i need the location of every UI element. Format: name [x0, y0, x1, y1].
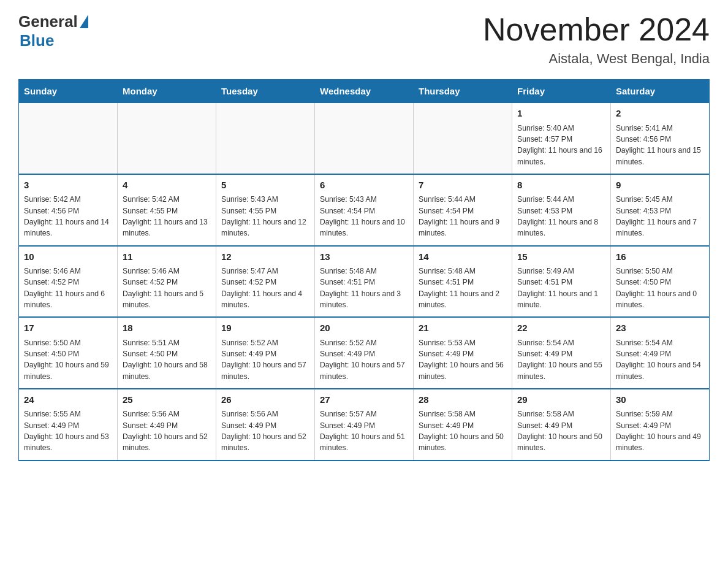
calendar-cell: 25Sunrise: 5:56 AMSunset: 4:49 PMDayligh… [118, 389, 216, 461]
day-info: Sunrise: 5:58 AMSunset: 4:49 PMDaylight:… [517, 408, 605, 453]
calendar-cell: 1Sunrise: 5:40 AMSunset: 4:57 PMDaylight… [512, 103, 611, 174]
day-info: Sunrise: 5:55 AMSunset: 4:49 PMDaylight:… [24, 408, 112, 453]
day-number: 22 [517, 321, 605, 335]
day-number: 13 [320, 250, 408, 264]
calendar-cell: 4Sunrise: 5:42 AMSunset: 4:55 PMDaylight… [118, 174, 216, 246]
calendar-week-row: 24Sunrise: 5:55 AMSunset: 4:49 PMDayligh… [19, 389, 710, 461]
day-number: 24 [24, 393, 112, 407]
calendar-cell: 18Sunrise: 5:51 AMSunset: 4:50 PMDayligh… [118, 317, 216, 389]
calendar-cell: 30Sunrise: 5:59 AMSunset: 4:49 PMDayligh… [611, 389, 710, 461]
calendar-cell: 10Sunrise: 5:46 AMSunset: 4:52 PMDayligh… [19, 246, 118, 318]
day-info: Sunrise: 5:56 AMSunset: 4:49 PMDaylight:… [123, 408, 211, 453]
day-info: Sunrise: 5:52 AMSunset: 4:49 PMDaylight:… [221, 337, 309, 382]
day-info: Sunrise: 5:53 AMSunset: 4:49 PMDaylight:… [419, 337, 507, 382]
calendar-cell: 2Sunrise: 5:41 AMSunset: 4:56 PMDaylight… [611, 103, 710, 174]
calendar-cell: 6Sunrise: 5:43 AMSunset: 4:54 PMDaylight… [315, 174, 414, 246]
day-info: Sunrise: 5:46 AMSunset: 4:52 PMDaylight:… [24, 266, 112, 310]
calendar-table: SundayMondayTuesdayWednesdayThursdayFrid… [18, 79, 710, 461]
day-info: Sunrise: 5:43 AMSunset: 4:54 PMDaylight:… [320, 194, 408, 239]
day-info: Sunrise: 5:54 AMSunset: 4:49 PMDaylight:… [517, 337, 605, 382]
calendar-cell [414, 103, 512, 174]
day-info: Sunrise: 5:50 AMSunset: 4:50 PMDaylight:… [616, 266, 704, 310]
logo-blue-text: Blue [20, 31, 54, 50]
day-info: Sunrise: 5:47 AMSunset: 4:52 PMDaylight:… [221, 266, 309, 310]
day-info: Sunrise: 5:51 AMSunset: 4:50 PMDaylight:… [123, 337, 211, 382]
day-info: Sunrise: 5:49 AMSunset: 4:51 PMDaylight:… [517, 266, 605, 310]
calendar-cell: 21Sunrise: 5:53 AMSunset: 4:49 PMDayligh… [414, 317, 512, 389]
calendar-header-row: SundayMondayTuesdayWednesdayThursdayFrid… [19, 80, 710, 103]
day-number: 20 [320, 321, 408, 335]
calendar-cell: 5Sunrise: 5:43 AMSunset: 4:55 PMDaylight… [216, 174, 315, 246]
day-info: Sunrise: 5:54 AMSunset: 4:49 PMDaylight:… [616, 337, 704, 382]
location-title: Aistala, West Bengal, India [483, 51, 710, 67]
day-number: 25 [123, 393, 211, 407]
header-right: November 2024 Aistala, West Bengal, Indi… [483, 12, 710, 67]
day-number: 17 [24, 321, 112, 335]
day-number: 15 [517, 250, 605, 264]
day-number: 7 [419, 178, 507, 193]
page-header: General Blue November 2024 Aistala, West… [18, 12, 710, 67]
day-number: 16 [616, 250, 704, 264]
calendar-cell: 17Sunrise: 5:50 AMSunset: 4:50 PMDayligh… [19, 317, 118, 389]
calendar-cell: 12Sunrise: 5:47 AMSunset: 4:52 PMDayligh… [216, 246, 315, 318]
calendar-cell: 24Sunrise: 5:55 AMSunset: 4:49 PMDayligh… [19, 389, 118, 461]
calendar-week-row: 1Sunrise: 5:40 AMSunset: 4:57 PMDaylight… [19, 103, 710, 174]
column-header-saturday: Saturday [611, 80, 710, 103]
day-info: Sunrise: 5:48 AMSunset: 4:51 PMDaylight:… [419, 266, 507, 310]
day-number: 11 [123, 250, 211, 264]
calendar-cell: 26Sunrise: 5:56 AMSunset: 4:49 PMDayligh… [216, 389, 315, 461]
column-header-sunday: Sunday [19, 80, 118, 103]
calendar-cell: 23Sunrise: 5:54 AMSunset: 4:49 PMDayligh… [611, 317, 710, 389]
column-header-monday: Monday [118, 80, 216, 103]
day-info: Sunrise: 5:45 AMSunset: 4:53 PMDaylight:… [616, 194, 704, 239]
calendar-cell [216, 103, 315, 174]
day-number: 14 [419, 250, 507, 264]
month-title: November 2024 [483, 12, 710, 47]
day-number: 18 [123, 321, 211, 335]
day-info: Sunrise: 5:41 AMSunset: 4:56 PMDaylight:… [616, 123, 704, 167]
day-info: Sunrise: 5:58 AMSunset: 4:49 PMDaylight:… [419, 408, 507, 453]
day-info: Sunrise: 5:50 AMSunset: 4:50 PMDaylight:… [24, 337, 112, 382]
calendar-cell: 9Sunrise: 5:45 AMSunset: 4:53 PMDaylight… [611, 174, 710, 246]
day-number: 19 [221, 321, 309, 335]
column-header-wednesday: Wednesday [315, 80, 414, 103]
day-number: 5 [221, 178, 309, 193]
day-number: 30 [616, 393, 704, 407]
day-number: 1 [517, 107, 605, 121]
day-number: 12 [221, 250, 309, 264]
day-info: Sunrise: 5:40 AMSunset: 4:57 PMDaylight:… [517, 123, 605, 167]
day-number: 27 [320, 393, 408, 407]
day-number: 29 [517, 393, 605, 407]
calendar-cell: 13Sunrise: 5:48 AMSunset: 4:51 PMDayligh… [315, 246, 414, 318]
day-number: 2 [616, 107, 704, 121]
calendar-cell [118, 103, 216, 174]
calendar-cell: 27Sunrise: 5:57 AMSunset: 4:49 PMDayligh… [315, 389, 414, 461]
day-number: 3 [24, 178, 112, 193]
logo-general-text: General [18, 12, 78, 31]
day-number: 4 [123, 178, 211, 193]
calendar-week-row: 10Sunrise: 5:46 AMSunset: 4:52 PMDayligh… [19, 246, 710, 318]
calendar-cell: 15Sunrise: 5:49 AMSunset: 4:51 PMDayligh… [512, 246, 611, 318]
day-number: 21 [419, 321, 507, 335]
calendar-week-row: 17Sunrise: 5:50 AMSunset: 4:50 PMDayligh… [19, 317, 710, 389]
column-header-friday: Friday [512, 80, 611, 103]
calendar-cell: 16Sunrise: 5:50 AMSunset: 4:50 PMDayligh… [611, 246, 710, 318]
day-info: Sunrise: 5:56 AMSunset: 4:49 PMDaylight:… [221, 408, 309, 453]
day-info: Sunrise: 5:59 AMSunset: 4:49 PMDaylight:… [616, 408, 704, 453]
calendar-cell: 22Sunrise: 5:54 AMSunset: 4:49 PMDayligh… [512, 317, 611, 389]
calendar-cell: 14Sunrise: 5:48 AMSunset: 4:51 PMDayligh… [414, 246, 512, 318]
day-info: Sunrise: 5:44 AMSunset: 4:53 PMDaylight:… [517, 194, 605, 239]
day-number: 26 [221, 393, 309, 407]
calendar-cell: 11Sunrise: 5:46 AMSunset: 4:52 PMDayligh… [118, 246, 216, 318]
day-info: Sunrise: 5:44 AMSunset: 4:54 PMDaylight:… [419, 194, 507, 239]
calendar-cell [315, 103, 414, 174]
calendar-cell: 19Sunrise: 5:52 AMSunset: 4:49 PMDayligh… [216, 317, 315, 389]
day-info: Sunrise: 5:42 AMSunset: 4:56 PMDaylight:… [24, 194, 112, 239]
day-info: Sunrise: 5:46 AMSunset: 4:52 PMDaylight:… [123, 266, 211, 310]
calendar-cell [19, 103, 118, 174]
day-info: Sunrise: 5:43 AMSunset: 4:55 PMDaylight:… [221, 194, 309, 239]
day-number: 10 [24, 250, 112, 264]
calendar-week-row: 3Sunrise: 5:42 AMSunset: 4:56 PMDaylight… [19, 174, 710, 246]
day-number: 6 [320, 178, 408, 193]
calendar-cell: 3Sunrise: 5:42 AMSunset: 4:56 PMDaylight… [19, 174, 118, 246]
